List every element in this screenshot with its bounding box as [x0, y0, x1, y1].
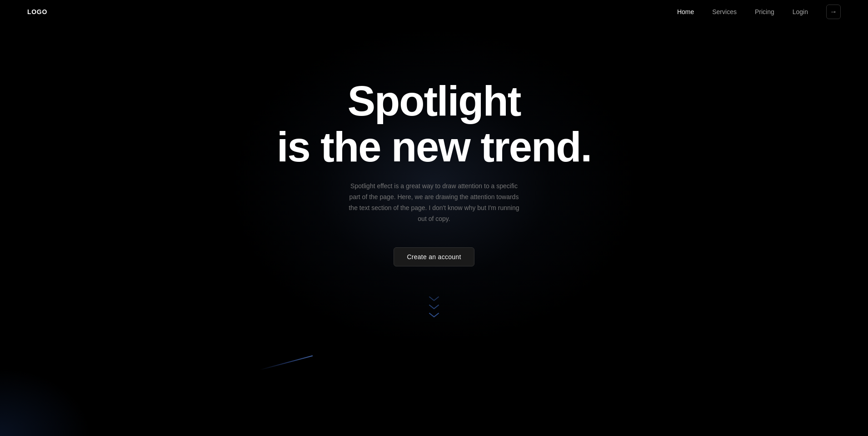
navbar: Home Services Pricing Login →	[677, 5, 841, 19]
hero-title-line1: Spotlight	[277, 78, 591, 124]
logo: LOGO	[27, 8, 47, 15]
nav-home[interactable]: Home	[677, 8, 694, 15]
create-account-button[interactable]: Create an account	[394, 247, 474, 266]
header: LOGO Home Services Pricing Login →	[0, 0, 868, 24]
scroll-indicator	[429, 296, 439, 318]
hero-section: Spotlight is the new trend. Spotlight ef…	[0, 24, 868, 266]
nav-arrow-icon: →	[830, 8, 837, 16]
chevron-1-icon	[429, 296, 439, 301]
nav-icon-button[interactable]: →	[826, 5, 841, 19]
nav-services[interactable]: Services	[712, 8, 737, 15]
hero-title: Spotlight is the new trend.	[277, 78, 591, 170]
nav-login[interactable]: Login	[793, 8, 808, 15]
hero-subtitle: Spotlight effect is a great way to draw …	[348, 181, 520, 224]
hero-title-line2: is the new trend.	[277, 124, 591, 170]
nav-pricing[interactable]: Pricing	[755, 8, 774, 15]
chevron-3-icon	[429, 312, 439, 318]
chevron-2-icon	[429, 304, 439, 310]
